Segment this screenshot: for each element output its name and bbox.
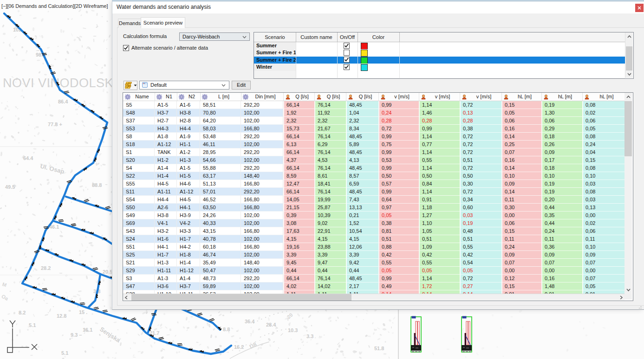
- svg-text:15 .: 15 .: [79, 309, 87, 315]
- svg-text:12.8: 12.8: [57, 313, 66, 319]
- svg-text:[−][06 Demands and Calculation: [−][06 Demands and Calculation][2D Wiref…: [1, 3, 108, 9]
- svg-text:28.4: 28.4: [266, 322, 276, 327]
- svg-text:10.3: 10.3: [288, 327, 298, 333]
- svg-text:64.4: 64.4: [23, 155, 33, 161]
- svg-text:8.8: 8.8: [223, 327, 230, 332]
- svg-text:9.3 –: 9.3 –: [71, 332, 82, 338]
- svg-text:51.8: 51.8: [374, 346, 384, 351]
- svg-text:16.1: 16.1: [83, 327, 92, 333]
- svg-text:88.8: 88.8: [92, 182, 102, 188]
- svg-text:16.2: 16.2: [234, 344, 244, 350]
- svg-text:28.2: 28.2: [41, 265, 51, 271]
- svg-text:5.1: 5.1: [29, 322, 36, 328]
- svg-text:49.5: 49.5: [5, 184, 15, 190]
- svg-text:3.3: 3.3: [306, 333, 313, 339]
- svg-text:86.4: 86.4: [58, 99, 68, 104]
- svg-text:20.5: 20.5: [103, 269, 112, 275]
- svg-text:77.8 +: 77.8 +: [48, 122, 62, 127]
- svg-text:5.1: 5.1: [61, 350, 68, 356]
- svg-text:36.4: 36.4: [245, 319, 255, 324]
- svg-text:8.2: 8.2: [19, 310, 26, 315]
